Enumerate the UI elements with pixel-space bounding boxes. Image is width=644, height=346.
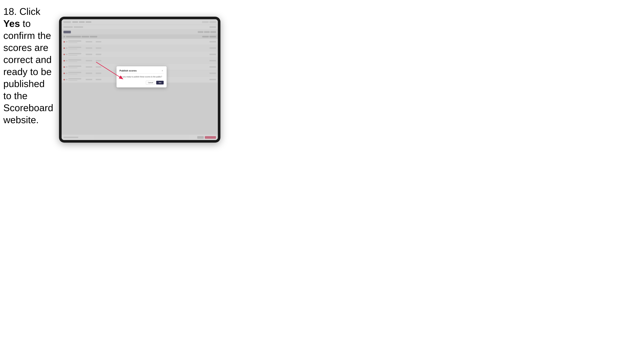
yes-button[interactable]: Yes xyxy=(156,81,164,84)
modal-title: Publish scores xyxy=(120,69,136,72)
modal-overlay: Publish scores × Are you ready to publis… xyxy=(62,19,218,140)
yes-bold: Yes xyxy=(3,18,20,29)
tablet-screen: Publish scores × Are you ready to publis… xyxy=(62,19,218,140)
tablet-frame: Publish scores × Are you ready to publis… xyxy=(59,17,220,143)
modal-body-text: Are you ready to publish these scores to… xyxy=(120,76,164,78)
cancel-button[interactable]: Cancel xyxy=(146,81,155,84)
modal-header: Publish scores × xyxy=(120,69,164,72)
modal-footer: Cancel Yes xyxy=(120,81,164,84)
step-number: 18. xyxy=(3,6,17,17)
modal-close-button[interactable]: × xyxy=(161,69,164,72)
instruction-suffix: to confirm the scores are correct and re… xyxy=(3,18,53,125)
publish-scores-dialog: Publish scores × Are you ready to publis… xyxy=(116,66,166,87)
instruction-prefix: Click xyxy=(17,6,40,17)
instruction-text: 18. Click Yes to confirm the scores are … xyxy=(3,5,55,126)
